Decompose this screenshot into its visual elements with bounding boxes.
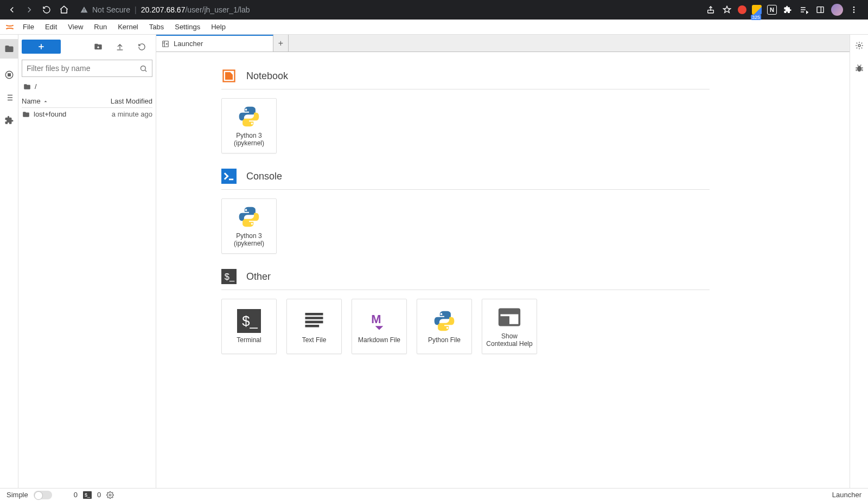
menu-settings[interactable]: Settings [169,21,206,33]
profile-avatar[interactable] [831,4,843,16]
svg-rect-8 [163,41,169,47]
console-python3-card[interactable]: Python 3 (ipykernel) [221,198,277,254]
search-icon [139,65,148,73]
home-button[interactable] [56,2,72,17]
debugger-icon[interactable] [853,62,866,75]
forward-button[interactable] [22,2,37,17]
file-name: lost+found [34,110,66,118]
svg-point-3 [853,9,855,11]
terminal-card[interactable]: $_ Terminal [221,299,277,354]
right-activity-bar [850,35,868,488]
contextual-help-card[interactable]: Show Contextual Help [482,299,537,354]
toc-tab-icon[interactable] [3,91,16,104]
header-modified-col[interactable]: Last Modified [111,97,152,105]
settings-gear-icon[interactable] [106,491,114,499]
address-bar[interactable]: Not Secure | 20.207.68.67/user/jh_user_1… [74,2,699,17]
menu-run[interactable]: Run [88,21,112,33]
svg-point-4 [853,11,855,13]
pythonfile-card[interactable]: Python File [417,299,472,354]
filter-files-input[interactable] [27,64,139,73]
folder-icon [22,111,30,118]
star-icon[interactable] [722,4,732,15]
textfile-card[interactable]: Text File [286,299,342,354]
svg-point-10 [245,108,247,111]
svg-point-2 [853,7,855,8]
warning-icon [80,6,88,14]
tab-add-button[interactable]: + [273,35,289,52]
property-inspector-icon[interactable] [853,39,866,52]
svg-point-7 [141,66,146,70]
svg-rect-23 [500,309,520,314]
upload-button[interactable] [109,40,131,54]
simple-mode-toggle[interactable] [34,491,52,499]
file-row[interactable]: lost+found a minute ago [22,108,152,120]
tab-launcher[interactable]: Launcher [156,35,273,52]
svg-text:M: M [371,312,381,325]
notebook-section-icon [221,68,237,84]
status-mode-label[interactable]: Launcher [832,491,861,499]
svg-rect-6 [8,74,10,76]
svg-point-21 [446,327,449,329]
svg-rect-1 [817,7,824,13]
breadcrumb-path: / [35,82,37,91]
file-browser-panel: / Name Last Modified lost+found a minute… [18,35,156,488]
left-activity-bar [0,35,18,488]
section-title: Other [246,271,271,282]
new-launcher-button[interactable] [22,40,61,54]
menu-kernel[interactable]: Kernel [112,21,144,33]
jupyter-menu-bar: File Edit View Run Kernel Tabs Settings … [0,20,868,35]
extension-yellow-icon[interactable] [752,5,762,15]
svg-point-14 [251,223,253,225]
svg-point-26 [857,66,861,72]
python-icon [237,205,261,229]
playlist-icon[interactable] [799,4,809,15]
section-notebook: Notebook Python 3 (ipykernel) [221,68,710,153]
card-label: Show Contextual Help [484,332,534,348]
file-modified: a minute ago [112,110,152,118]
card-label: Terminal [234,336,263,344]
terminal-count[interactable]: 0 [97,491,101,499]
extension-red-icon[interactable] [738,5,746,14]
sidepanel-icon[interactable] [815,4,826,15]
reload-button[interactable] [39,2,54,17]
extensions-tab-icon[interactable] [3,114,16,127]
browser-actions: N [701,4,864,16]
sort-caret-icon [43,99,48,104]
kernel-count[interactable]: 0 [74,491,78,499]
menu-help[interactable]: Help [206,21,231,33]
launcher-body: Notebook Python 3 (ipykernel) [156,52,850,488]
breadcrumb[interactable]: / [22,81,152,92]
share-icon[interactable] [705,4,716,15]
back-button[interactable] [4,2,20,17]
simple-mode-label: Simple [7,491,28,499]
filebrowser-tab-icon[interactable] [3,42,16,55]
console-section-icon [221,169,237,184]
new-folder-button[interactable] [87,40,109,54]
extension-notion-icon[interactable]: N [767,5,777,15]
menu-tabs[interactable]: Tabs [144,21,169,33]
refresh-button[interactable] [131,40,152,54]
textfile-icon [302,309,326,333]
section-title: Console [246,171,282,182]
card-label: Python 3 (ipykernel) [232,232,266,248]
extensions-puzzle-icon[interactable] [782,4,793,15]
tab-strip: Launcher + [156,35,850,52]
menu-view[interactable]: View [62,21,88,33]
svg-rect-24 [500,316,509,325]
svg-point-27 [109,494,111,496]
svg-rect-12 [221,169,237,184]
notebook-python3-card[interactable]: Python 3 (ipykernel) [221,98,277,153]
markdown-card[interactable]: M Markdown File [352,299,407,354]
card-label: Markdown File [356,336,403,344]
jupyter-logo-icon[interactable] [2,20,17,35]
kebab-menu-icon[interactable] [848,4,859,15]
launcher-tab-icon [162,40,169,48]
terminal-icon: $_ [237,309,261,333]
header-name-col[interactable]: Name [22,97,111,105]
menu-file[interactable]: File [17,21,40,33]
menu-edit[interactable]: Edit [40,21,62,33]
folder-icon [23,83,31,91]
svg-text:$_: $_ [242,313,258,329]
running-tab-icon[interactable] [3,68,16,81]
section-other: $_ Other $_ Terminal [221,269,710,354]
